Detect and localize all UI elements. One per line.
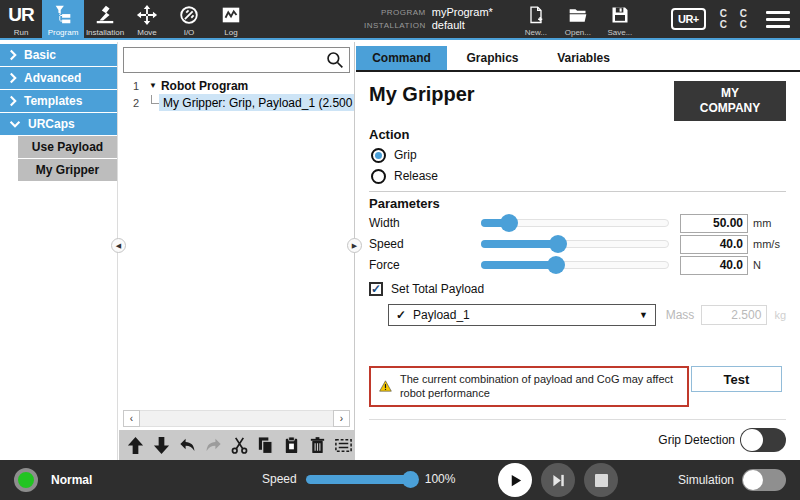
urplus-badge[interactable]: UR+ bbox=[671, 8, 706, 30]
program-info-label: PROGRAM bbox=[364, 8, 426, 17]
play-icon bbox=[508, 473, 523, 488]
divider bbox=[369, 191, 786, 192]
play-button[interactable] bbox=[498, 463, 532, 497]
width-slider-knob[interactable] bbox=[500, 214, 518, 232]
collapse-panel-left-handle[interactable] bbox=[111, 238, 126, 253]
copy-button[interactable] bbox=[256, 435, 275, 455]
sidebar-item-use-payload-label: Use Payload bbox=[32, 140, 103, 154]
simulation-label: Simulation bbox=[678, 473, 734, 487]
chevron-down-icon bbox=[9, 120, 21, 128]
tab-command[interactable]: Command bbox=[356, 46, 447, 70]
release-radio[interactable] bbox=[371, 169, 386, 184]
file-buttons: New... Open... Save... bbox=[517, 1, 639, 37]
cut-button[interactable] bbox=[230, 435, 249, 455]
sidebar-item-basic[interactable]: Basic bbox=[0, 44, 117, 66]
footer-speed-label: Speed bbox=[262, 472, 297, 486]
hamburger-menu-icon[interactable] bbox=[766, 11, 790, 28]
tab-run[interactable]: UR Run bbox=[0, 0, 42, 38]
copy-icon bbox=[256, 436, 275, 455]
release-radio-row[interactable]: Release bbox=[371, 166, 786, 186]
move-down-button[interactable] bbox=[152, 435, 171, 455]
speed-value-input[interactable]: 40.0 bbox=[680, 235, 748, 254]
sidebar-item-templates-label: Templates bbox=[24, 94, 82, 108]
open-button[interactable]: Open... bbox=[559, 1, 597, 37]
toggle-knob bbox=[743, 470, 763, 490]
suppress-button[interactable] bbox=[334, 435, 353, 455]
set-total-payload-checkbox[interactable] bbox=[369, 282, 383, 296]
sidebar-item-my-gripper[interactable]: My Gripper bbox=[18, 159, 117, 181]
tab-program[interactable]: Program bbox=[42, 0, 84, 38]
force-value-input[interactable]: 40.0 bbox=[680, 256, 748, 275]
grip-radio[interactable] bbox=[371, 148, 386, 163]
clock-row1: C C bbox=[720, 9, 752, 19]
tab-log[interactable]: Log bbox=[210, 0, 252, 38]
grip-radio-row[interactable]: Grip bbox=[371, 145, 786, 165]
command-tabs: Command Graphics Variables bbox=[356, 46, 800, 72]
tab-graphics[interactable]: Graphics bbox=[447, 46, 538, 70]
tree-horizontal-scrollbar: ‹ › bbox=[123, 410, 350, 427]
undo-icon bbox=[178, 436, 197, 455]
node-sidebar: Basic Advanced Templates URCaps Use Payl… bbox=[0, 42, 118, 460]
mass-group: Mass 2.500 kg bbox=[666, 305, 786, 325]
undo-button[interactable] bbox=[178, 435, 197, 455]
command-body: My Gripper MY COMPANY Action Grip Releas… bbox=[356, 72, 800, 460]
suppress-icon bbox=[334, 436, 353, 455]
tree-row-selected[interactable]: My Gripper: Grip, Payload_1 (2.500 k bbox=[159, 94, 354, 111]
divider bbox=[369, 419, 786, 420]
chevron-right-icon bbox=[9, 72, 17, 84]
sidebar-item-basic-label: Basic bbox=[24, 48, 56, 62]
tab-run-label: Run bbox=[14, 28, 29, 37]
move-up-button[interactable] bbox=[126, 435, 145, 455]
speed-slider-footer[interactable] bbox=[306, 475, 416, 484]
redo-button[interactable] bbox=[204, 435, 223, 455]
grip-detection-toggle[interactable] bbox=[740, 428, 786, 452]
width-value-input[interactable]: 50.00 bbox=[680, 214, 748, 233]
save-button[interactable]: Save... bbox=[601, 1, 639, 37]
tab-move[interactable]: Move bbox=[126, 0, 168, 38]
sidebar-item-templates[interactable]: Templates bbox=[0, 90, 117, 112]
robot-status[interactable]: Normal bbox=[14, 468, 92, 492]
clock-display: C C C C bbox=[720, 9, 752, 30]
tree-rows: 1 Robot Program 2 My Gripper: Grip, Payl… bbox=[119, 77, 354, 410]
payload-dropdown[interactable]: Payload_1 bbox=[388, 304, 656, 326]
tab-program-label: Program bbox=[48, 28, 79, 37]
expand-toggle-icon[interactable] bbox=[149, 81, 157, 90]
collapse-panel-right-handle[interactable] bbox=[347, 238, 362, 253]
installation-name: default bbox=[432, 20, 493, 31]
scroll-left-button[interactable]: ‹ bbox=[123, 410, 140, 427]
force-slider-knob[interactable] bbox=[547, 256, 565, 274]
new-button[interactable]: New... bbox=[517, 1, 555, 37]
paste-button[interactable] bbox=[282, 435, 301, 455]
speed-slider-knob[interactable] bbox=[402, 471, 419, 488]
force-slider[interactable] bbox=[481, 256, 669, 274]
installation-info-label: INSTALLATION bbox=[364, 21, 426, 30]
speed-slider-knob[interactable] bbox=[549, 235, 567, 253]
tab-io[interactable]: I/O bbox=[168, 0, 210, 38]
sidebar-item-urcaps[interactable]: URCaps bbox=[0, 113, 117, 135]
warning-triangle-icon bbox=[379, 378, 392, 394]
step-button[interactable] bbox=[541, 463, 575, 497]
speed-slider[interactable] bbox=[481, 235, 669, 253]
scroll-right-button[interactable]: › bbox=[333, 410, 350, 427]
grip-radio-label: Grip bbox=[394, 148, 417, 162]
tree-row-my-gripper[interactable]: 2 My Gripper: Grip, Payload_1 (2.500 k bbox=[119, 94, 354, 111]
width-unit: mm bbox=[753, 217, 786, 229]
sidebar-item-use-payload[interactable]: Use Payload bbox=[18, 136, 117, 158]
tab-installation[interactable]: Installation bbox=[84, 0, 126, 38]
tab-variables[interactable]: Variables bbox=[538, 46, 629, 70]
simulation-toggle[interactable] bbox=[742, 469, 786, 491]
scrollbar-track[interactable] bbox=[140, 410, 333, 427]
test-button[interactable]: Test bbox=[691, 366, 782, 392]
sidebar-item-advanced[interactable]: Advanced bbox=[0, 67, 117, 89]
tree-search-input[interactable] bbox=[124, 53, 326, 67]
save-button-label: Save... bbox=[607, 28, 632, 37]
stop-button[interactable] bbox=[584, 463, 618, 497]
tree-row-robot-program[interactable]: 1 Robot Program bbox=[119, 77, 354, 94]
open-folder-icon bbox=[568, 3, 588, 27]
delete-button[interactable] bbox=[308, 435, 327, 455]
warning-row: The current combination of payload and C… bbox=[369, 366, 786, 407]
set-total-payload-row[interactable]: Set Total Payload bbox=[369, 280, 786, 298]
mass-value-input[interactable]: 2.500 bbox=[701, 305, 767, 325]
search-icon[interactable] bbox=[326, 51, 344, 69]
width-slider[interactable] bbox=[481, 214, 669, 232]
